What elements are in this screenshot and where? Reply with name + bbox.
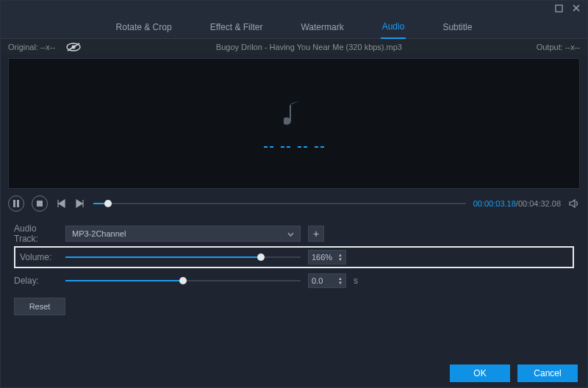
delay-spinner[interactable]: 0.0 ▲▼: [308, 273, 346, 288]
tab-bar: Rotate & Crop Effect & Filter Watermark …: [1, 15, 587, 39]
output-dimensions: Output: --x--: [537, 43, 580, 51]
pause-button[interactable]: [8, 195, 24, 212]
music-note-icon: [284, 99, 304, 129]
transport-bar: 00:00:03.18/00:04:32.08: [1, 192, 587, 215]
add-track-button[interactable]: +: [308, 226, 324, 242]
volume-label: Volume:: [20, 252, 58, 262]
preview-area: [8, 58, 580, 189]
tab-watermark[interactable]: Watermark: [299, 16, 345, 38]
audio-track-value: MP3-2Channel: [72, 229, 126, 238]
reset-button[interactable]: Reset: [14, 298, 65, 315]
delay-unit: s: [354, 276, 358, 286]
original-dimensions: Original: --x--: [8, 43, 55, 51]
chevron-down-icon[interactable]: ▼: [338, 281, 343, 285]
audio-track-select[interactable]: MP3-2Channel: [65, 226, 301, 242]
audio-bars-icon: [264, 146, 324, 148]
volume-spinner[interactable]: 166% ▲▼: [308, 250, 346, 265]
filename-label: Bugoy Drilon - Having You Near Me (320 k…: [216, 43, 402, 51]
next-frame-button[interactable]: [74, 198, 86, 209]
delay-value: 0.0: [312, 276, 323, 285]
cancel-button[interactable]: Cancel: [517, 364, 578, 382]
chevron-down-icon[interactable]: ▼: [338, 257, 343, 262]
volume-value: 166%: [312, 253, 332, 262]
audio-controls: Audio Track: MP3-2Channel + Volume: 166%…: [1, 215, 587, 315]
prev-frame-button[interactable]: [55, 198, 67, 209]
tab-subtitle[interactable]: Subtitle: [441, 16, 473, 38]
close-button[interactable]: [571, 3, 581, 13]
tab-audio[interactable]: Audio: [381, 15, 406, 39]
svg-rect-6: [13, 200, 15, 207]
chevron-down-icon: [287, 229, 294, 238]
audio-track-label: Audio Track:: [14, 223, 58, 244]
time-display: 00:00:03.18/00:04:32.08: [473, 199, 561, 208]
svg-rect-8: [37, 201, 43, 206]
volume-slider[interactable]: [65, 252, 301, 262]
delay-slider[interactable]: [65, 276, 301, 286]
delay-label: Delay:: [14, 276, 58, 286]
current-time: 00:00:03.18: [473, 199, 516, 208]
volume-icon[interactable]: [568, 198, 580, 209]
maximize-button[interactable]: [553, 3, 564, 13]
tab-rotate-crop[interactable]: Rotate & Crop: [115, 16, 173, 38]
titlebar: [1, 1, 587, 15]
svg-rect-7: [18, 200, 20, 207]
seek-slider[interactable]: [93, 198, 466, 209]
footer-buttons: OK Cancel: [450, 364, 578, 382]
tab-effect-filter[interactable]: Effect & Filter: [209, 16, 265, 38]
info-bar: Original: --x-- Bugoy Drilon - Having Yo…: [1, 39, 587, 55]
ok-button[interactable]: OK: [450, 364, 510, 382]
volume-row: Volume: 166% ▲▼: [14, 246, 574, 268]
svg-rect-0: [556, 5, 562, 12]
visibility-toggle-icon[interactable]: [65, 42, 82, 52]
total-time: /00:04:32.08: [516, 199, 561, 208]
stop-button[interactable]: [32, 195, 48, 212]
